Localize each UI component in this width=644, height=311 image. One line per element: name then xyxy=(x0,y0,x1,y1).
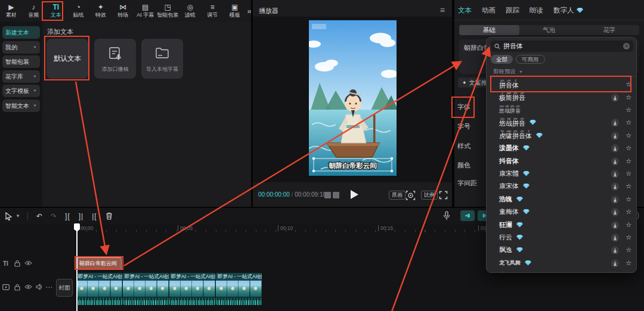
favorite-star-icon[interactable]: ☆ xyxy=(626,170,631,177)
preview-zoom-icon[interactable] xyxy=(405,191,416,200)
favorite-star-icon[interactable]: ☆ xyxy=(626,107,631,113)
favorite-star-icon[interactable]: ☆ xyxy=(626,119,631,126)
cover-button[interactable]: 封面 xyxy=(56,279,73,297)
aspect-ratio-button[interactable]: 比例 xyxy=(421,191,438,200)
record-voiceover-icon[interactable] xyxy=(443,211,450,220)
eye-icon[interactable] xyxy=(24,260,32,266)
sidebar-item-1[interactable]: 新建文本 xyxy=(2,26,40,39)
sidebar-item-6[interactable]: 智能文本▼ xyxy=(2,99,40,112)
playhead[interactable] xyxy=(76,224,78,311)
favorite-star-icon[interactable]: ☆ xyxy=(626,145,631,151)
favorite-star-icon[interactable]: ☆ xyxy=(626,272,631,273)
fullscreen-icon[interactable] xyxy=(439,191,448,200)
tab-5[interactable]: 数字人 xyxy=(553,6,583,15)
select-tool-chevron-icon[interactable]: ▼ xyxy=(16,213,20,219)
font-item-7[interactable]: 抖音体☆ xyxy=(487,154,637,167)
select-tool-icon[interactable] xyxy=(5,212,13,220)
video-clip-4[interactable]: 即梦AI - 一站式AI创作平 xyxy=(216,273,262,305)
download-icon[interactable] xyxy=(611,182,619,190)
font-item-8[interactable]: 康宋體☆ xyxy=(487,167,637,180)
video-clip-2[interactable]: 即梦AI - 一站式AI创 xyxy=(123,273,169,305)
tab-4[interactable]: 朗读 xyxy=(530,6,543,15)
font-item-14[interactable]: 飘逸☆ xyxy=(487,244,637,256)
split-delete-left-icon[interactable]: ]| xyxy=(79,212,83,220)
sidebar-item-3[interactable]: 智能包装 xyxy=(2,55,40,68)
toolbar-item-1[interactable]: ▶素材 xyxy=(0,0,23,21)
tab-1[interactable]: 文本 xyxy=(458,6,472,15)
split-icon[interactable]: ][ xyxy=(65,212,70,220)
download-icon[interactable] xyxy=(611,195,619,203)
sidebar-item-5[interactable]: 文字模板▼ xyxy=(2,85,40,97)
favorite-star-icon[interactable]: ☆ xyxy=(626,183,631,189)
import-subtitle-card[interactable]: 导入本地字幕 xyxy=(141,39,183,79)
favorite-star-icon[interactable]: ☆ xyxy=(626,222,631,228)
undo-icon[interactable]: ↶ xyxy=(36,212,42,220)
filter-all-chip[interactable]: 全部 xyxy=(491,55,513,64)
sidebar-item-4[interactable]: 花字库▼ xyxy=(2,70,40,83)
text-clip[interactable]: 朝辞白帝彩云间 xyxy=(76,257,122,269)
download-icon[interactable] xyxy=(611,170,619,178)
favorite-star-icon[interactable]: ☆ xyxy=(626,196,631,203)
subtab-1[interactable]: 基础 xyxy=(459,25,519,35)
download-icon[interactable] xyxy=(611,246,619,254)
favorite-star-icon[interactable]: ☆ xyxy=(626,247,631,253)
favorite-star-icon[interactable]: ☆ xyxy=(626,260,631,266)
speaker-icon[interactable] xyxy=(36,284,43,290)
font-item-5[interactable]: 虎hǔ啸xiào拼pīn音yīn体tǐ☆ xyxy=(487,129,637,142)
font-item-2[interactable]: 极jí简jiǎn拼pīn音yīn☆ xyxy=(487,91,637,103)
eye-icon[interactable] xyxy=(24,284,32,290)
tab-3[interactable]: 跟踪 xyxy=(506,6,519,15)
favorite-star-icon[interactable]: ☆ xyxy=(626,234,631,241)
video-clip-3[interactable]: 即梦AI - 一站式AI创作 xyxy=(169,273,215,305)
play-button[interactable] xyxy=(350,189,359,200)
timeline-settings-icon[interactable]: ) xyxy=(637,211,639,219)
toolbar-item-5[interactable]: ✦特效 xyxy=(89,0,112,21)
clear-search-icon[interactable]: ✕ xyxy=(623,43,630,49)
font-item-3[interactable]: 悠yōu哉zāi拼pīn音yīn☆ xyxy=(487,104,637,116)
toolbar-item-7[interactable]: ▤AI 字幕 xyxy=(134,0,157,21)
tab-2[interactable]: 动画 xyxy=(482,6,496,15)
split-delete-right-icon[interactable]: |[ xyxy=(92,212,97,220)
favorite-star-icon[interactable]: ☆ xyxy=(626,209,631,215)
download-icon[interactable] xyxy=(611,221,619,229)
frame-view-icon[interactable] xyxy=(324,191,340,199)
toolbar-item-6[interactable]: ⋈转场 xyxy=(112,0,135,21)
font-item-12[interactable]: 狂澜☆ xyxy=(487,218,637,231)
font-item-6[interactable]: 泼墨体☆ xyxy=(487,142,637,154)
font-item-15[interactable]: 龙飞凤舞☆ xyxy=(487,257,637,269)
preset-section-header[interactable]: 剪映预设▼ xyxy=(493,68,523,76)
toolbar-item-2[interactable]: ♪音频 xyxy=(23,0,45,21)
toolbar-item-8[interactable]: ◳智能包装 xyxy=(157,0,179,21)
default-text-card[interactable]: 默认文本 xyxy=(47,39,88,79)
track-magnet-toggle[interactable]: ◂▮ xyxy=(460,210,475,221)
more-options-icon[interactable]: ⋯ xyxy=(45,283,52,291)
font-item-4[interactable]: 悠yōu哉zāi拼pīn音yīn☆ xyxy=(487,116,637,129)
sidebar-item-2[interactable]: 我的▼ xyxy=(2,41,40,54)
font-item-13[interactable]: 行云☆ xyxy=(487,231,637,244)
lock-icon[interactable] xyxy=(14,260,20,267)
favorite-star-icon[interactable]: ☆ xyxy=(626,132,631,139)
font-item-1[interactable]: 拼pīn音yīn体tǐ☆ xyxy=(487,78,637,91)
toolbar-item-11[interactable]: ▣模板 xyxy=(224,0,246,21)
video-clip-1[interactable]: 即梦AI - 一站式AI创 xyxy=(76,273,122,305)
font-item-11[interactable]: 童梅体☆ xyxy=(487,206,637,218)
lock-icon[interactable] xyxy=(14,284,20,291)
font-item-10[interactable]: 浩魄☆ xyxy=(487,193,637,206)
toolbar-item-10[interactable]: ≡调节 xyxy=(202,0,224,21)
font-item-16[interactable]: 小行书☆ xyxy=(487,269,637,273)
download-icon[interactable] xyxy=(611,157,619,165)
download-icon[interactable] xyxy=(611,234,619,241)
favorite-star-icon[interactable]: ☆ xyxy=(626,81,631,88)
subtab-2[interactable]: 气泡 xyxy=(519,25,580,35)
download-icon[interactable] xyxy=(611,208,619,216)
download-icon[interactable] xyxy=(611,94,619,101)
download-icon[interactable] xyxy=(611,272,619,273)
font-search-input[interactable]: 拼音体 ✕ xyxy=(491,41,633,52)
player-menu-icon[interactable]: ≡ xyxy=(440,5,445,15)
video-preview[interactable]: 朝辞白帝彩云间 xyxy=(309,20,397,176)
subtab-3[interactable]: 花字 xyxy=(579,25,639,35)
delete-icon[interactable] xyxy=(106,212,113,220)
toolbar-item-3[interactable]: TI文本 xyxy=(45,0,67,21)
download-icon[interactable] xyxy=(611,144,619,152)
font-item-9[interactable]: 康宋体☆ xyxy=(487,180,637,192)
